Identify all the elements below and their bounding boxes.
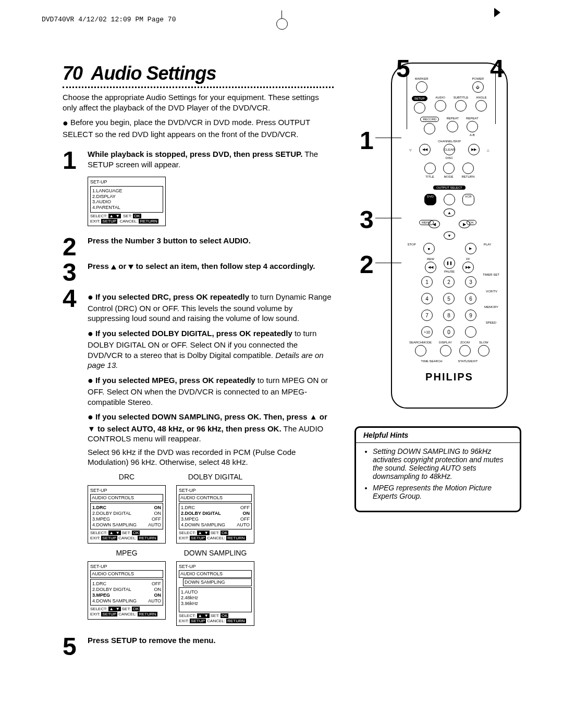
marker-button[interactable] xyxy=(416,81,427,93)
skip-back-button[interactable]: ◀◀ xyxy=(419,144,431,155)
page-number: 70 xyxy=(63,63,82,84)
nav-right-button[interactable]: ▶ xyxy=(459,220,470,228)
f: SET: xyxy=(211,613,219,618)
num-2[interactable]: 2 xyxy=(443,276,455,288)
remote-control-diagram: MARKER POWER⏻ SETUP AUDIO SUBTITLE ANGLE… xyxy=(391,63,508,409)
mode-button[interactable] xyxy=(443,163,455,174)
label-setup: SETUP xyxy=(412,96,427,101)
stop-button[interactable]: ■ xyxy=(423,243,435,254)
nav-left-button[interactable]: ◀ xyxy=(429,220,440,228)
helpful-hints-box: Helpful Hints Setting DOWN SAMPLING to 9… xyxy=(354,426,521,512)
callout-1: 1 xyxy=(360,126,374,155)
num-3[interactable]: 3 xyxy=(465,276,476,288)
row: 1.DRC xyxy=(181,505,195,511)
num-8[interactable]: 8 xyxy=(443,310,455,321)
val: ON xyxy=(154,511,162,516)
foot-exit: EXIT: xyxy=(90,219,100,224)
hint-2: MPEG represents the Motion Picture Exper… xyxy=(373,484,512,500)
row: 2.DOLBY DIGITAL xyxy=(92,587,131,593)
label-ff: FF xyxy=(466,257,470,261)
slow-button[interactable] xyxy=(478,345,489,356)
screen-downsampling: SET-UP AUDIO CONTROLS DOWN SAMPLING 1.AU… xyxy=(176,561,254,626)
play-button[interactable]: ▶ xyxy=(465,243,476,254)
val: AUTO xyxy=(148,522,161,528)
row: 1.AUTO xyxy=(181,589,198,595)
nav-down-button[interactable]: ▼ xyxy=(444,231,455,240)
audio-controls-label: AUDIO CONTROLS xyxy=(90,570,163,578)
row: 1.DRC xyxy=(92,581,106,587)
label-marker: MARKER xyxy=(415,77,429,80)
screen-title: SET-UP xyxy=(179,488,252,493)
setup-menu-screenshot: SET-UP 1.LANGUAGE 2.DISPLAY 3.AUDIO 4.PA… xyxy=(88,177,166,226)
audio-controls-label: AUDIO CONTROLS xyxy=(90,494,163,502)
step-5: 5 Press SETUP to remove the menu. xyxy=(63,635,334,658)
label-mode: MODE xyxy=(444,175,454,178)
f: EXIT: xyxy=(90,536,100,540)
repeat-button[interactable] xyxy=(447,121,458,132)
caption-drc: DRC xyxy=(88,473,166,481)
f: RETURN xyxy=(138,536,157,540)
nav-up-button[interactable]: ▲ xyxy=(444,208,455,217)
screen-title: SET-UP xyxy=(90,488,163,493)
f: SELECT: xyxy=(90,530,107,535)
step-number-4: 4 xyxy=(63,287,88,467)
subtitle-button[interactable] xyxy=(455,100,467,112)
num-4[interactable]: 4 xyxy=(421,293,433,304)
num-7[interactable]: 7 xyxy=(421,310,433,321)
f: SELECT: xyxy=(179,530,195,535)
label-stop: STOP xyxy=(407,243,415,254)
searchmode-button[interactable] xyxy=(415,345,426,356)
f: OK xyxy=(132,607,140,611)
output-select-button[interactable] xyxy=(444,194,455,205)
hints-title: Helpful Hints xyxy=(356,428,520,443)
power-button[interactable]: ⏻ xyxy=(472,81,484,93)
label-play: PLAY xyxy=(484,243,492,254)
step-3: 3 Press or to select an item, then follo… xyxy=(63,261,334,283)
foot-setup: SETUP xyxy=(101,219,117,224)
label-repeat: REPEAT xyxy=(446,117,459,120)
num-6[interactable]: 6 xyxy=(465,293,476,304)
speed-button[interactable] xyxy=(465,326,476,338)
label-ab: A-B xyxy=(470,133,475,137)
label-disc: DISC xyxy=(446,156,453,159)
screen-title: SET-UP xyxy=(179,564,252,570)
angle-button[interactable] xyxy=(475,100,487,112)
clear-button[interactable]: CLEAR xyxy=(444,144,455,155)
row: 4.DOWN SAMPLING xyxy=(92,522,137,528)
label-repeat2: REPEAT xyxy=(466,117,479,120)
label-channel: CHANNEL/SKIP xyxy=(438,140,461,143)
manual-page: DVD740VR 4/12/02 12:09 PM Page 70 70 Aud… xyxy=(0,0,563,689)
foot-set: SET: xyxy=(123,214,132,218)
label-timerset: TIMER SET xyxy=(483,273,499,276)
num-9[interactable]: 9 xyxy=(465,310,476,321)
skip-fwd-button[interactable]: ▶▶ xyxy=(468,144,480,155)
down-sampling-label: DOWN SAMPLING xyxy=(183,578,252,586)
dolby-bold: If you selected DOLBY DIGITAL, press OK … xyxy=(95,329,292,338)
label-speed: SPEED xyxy=(486,321,496,324)
num-5[interactable]: 5 xyxy=(443,293,455,304)
ff-button[interactable]: ▶▶ xyxy=(462,262,474,273)
f: CANCEL: xyxy=(118,536,137,540)
num-0[interactable]: 0 xyxy=(443,326,455,338)
num-plus10[interactable]: +10 xyxy=(421,326,433,338)
callout-2: 2 xyxy=(360,250,374,279)
repeat-ab-button[interactable] xyxy=(467,121,478,132)
f: OK xyxy=(221,613,229,618)
step-number-2: 2 xyxy=(63,236,88,258)
title-button[interactable] xyxy=(424,163,436,174)
num-1[interactable]: 1 xyxy=(421,276,433,288)
label-title: TITLE xyxy=(425,175,434,178)
label-display: DISPLAY xyxy=(439,341,452,344)
row: 3.MPEG xyxy=(181,516,199,522)
zoom-button[interactable] xyxy=(459,345,471,356)
f: SETUP xyxy=(190,619,206,623)
display-button[interactable] xyxy=(440,345,451,356)
pause-button[interactable]: ❚❚ xyxy=(444,257,455,269)
rew-button[interactable]: ◀◀ xyxy=(425,262,436,273)
audio-button[interactable] xyxy=(435,100,446,112)
page-marker-icon xyxy=(494,8,500,17)
setup-button[interactable] xyxy=(414,102,425,114)
record-button[interactable] xyxy=(424,123,435,134)
return-button[interactable] xyxy=(462,163,474,174)
f: EXIT: xyxy=(179,619,189,623)
